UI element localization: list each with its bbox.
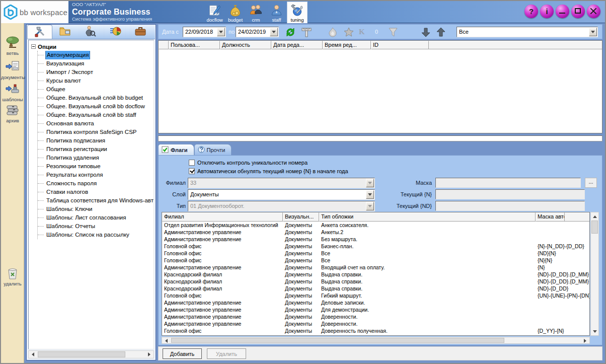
refresh-icon[interactable] <box>284 27 296 38</box>
scroll-right-icon[interactable] <box>145 351 153 357</box>
options-tab-folder[interactable] <box>52 25 78 39</box>
tree-item[interactable]: Ставки налогов <box>38 188 154 196</box>
options-tab-inspector[interactable] <box>78 25 103 39</box>
rail-item-documents[interactable]: документы <box>1 59 24 80</box>
funnel-icon[interactable] <box>387 27 399 38</box>
table-row[interactable]: Административное управлениеДокументы Док… <box>162 334 589 336</box>
tree-item[interactable]: Политика подписания <box>38 136 154 145</box>
info-button[interactable]: i <box>540 5 554 18</box>
module-tab-staff[interactable]: staff <box>266 2 287 23</box>
column-header[interactable]: Визуальн... <box>283 212 319 222</box>
column-header[interactable]: Пользова... <box>169 41 220 49</box>
table-row[interactable]: Административное управлениеДокументы Вхо… <box>162 264 589 271</box>
help-button[interactable]: ? <box>524 5 538 18</box>
tree-item[interactable]: Политика контроля SafeSign CSP <box>38 128 154 136</box>
minimize-button[interactable] <box>556 5 569 18</box>
tree-horizontal-scrollbar[interactable] <box>28 350 154 358</box>
type-select[interactable]: 01 Документооборот. <box>188 201 375 211</box>
options-tab-reports[interactable] <box>103 25 128 39</box>
tree-item[interactable]: Политика регистрации <box>38 145 154 154</box>
table-row[interactable]: Головной офисДокументы Доверенность полу… <box>162 327 589 334</box>
table-row[interactable]: Административное управлениеДокументы Для… <box>162 306 589 313</box>
column-header[interactable] <box>159 41 169 49</box>
column-header[interactable]: Время ред... <box>323 41 371 49</box>
tree-item[interactable]: Результаты контроля <box>38 171 154 179</box>
checkbox-box[interactable] <box>189 160 195 166</box>
tree-item[interactable]: Шаблоны: Список на рассылку <box>38 231 154 239</box>
table-row[interactable]: Головной офисДокументы Все{N}{N} <box>162 257 589 264</box>
options-tab-tools[interactable] <box>27 25 52 39</box>
table-row[interactable]: Административное управлениеДокументы Без… <box>162 236 589 243</box>
table-row[interactable]: Административное управлениеДокументы Дов… <box>162 313 589 320</box>
rail-item-delete[interactable]: удалить <box>1 266 24 286</box>
settings-tab-other[interactable]: Прочти <box>194 144 232 155</box>
tree-item[interactable]: Сложность пароля <box>38 179 154 188</box>
k-filter-button[interactable]: K <box>359 28 365 36</box>
tree-item[interactable]: Шаблоны: Ключи <box>38 205 154 213</box>
mask-browse-button[interactable]: ... <box>585 178 597 188</box>
table-row[interactable]: Отдел развития Информационных технологий… <box>162 222 589 229</box>
chevron-down-icon[interactable] <box>270 28 278 36</box>
current-n-field[interactable] <box>435 189 585 199</box>
close-button[interactable] <box>587 5 600 18</box>
move-down-icon[interactable] <box>420 27 432 38</box>
covers-vertical-scrollbar[interactable] <box>590 212 599 336</box>
rail-item-archive[interactable]: архив <box>1 103 24 123</box>
covers-horizontal-scrollbar[interactable] <box>162 337 590 344</box>
column-header[interactable]: Маска автономера <box>536 212 565 222</box>
scrollbar-thumb[interactable] <box>38 351 125 357</box>
layer-select[interactable]: Документы <box>188 189 375 200</box>
current-nd-field[interactable] <box>435 201 585 211</box>
scroll-left-icon[interactable] <box>163 338 170 344</box>
checkbox[interactable]: Автоматически обнулять текущий номер {N}… <box>189 168 348 174</box>
tree-item[interactable]: Общее. Визуальный слой bb budget <box>38 94 154 102</box>
tree-item[interactable]: Основная валюта <box>38 119 154 128</box>
column-header[interactable]: Дата реда... <box>271 41 323 49</box>
module-tab-crm[interactable]: crm <box>246 2 266 23</box>
table-row[interactable]: Головной офисДокументы Все{ND}{N} <box>162 250 589 257</box>
table-row[interactable]: Краснодарский филиалДокументы Выдача спр… <box>162 285 589 292</box>
tree-item[interactable]: Общее <box>38 85 154 94</box>
scope-select[interactable]: Все <box>457 27 598 37</box>
table-row[interactable]: Административное управлениеДокументы Анк… <box>162 229 589 236</box>
tree-item[interactable]: Импорт / Экспорт <box>38 68 154 77</box>
tree-item[interactable]: Резолюции типовые <box>38 162 154 171</box>
move-up-icon[interactable] <box>435 27 447 38</box>
tree-item[interactable]: Общее. Визуальный слой bb docflow <box>38 102 154 111</box>
tree-item[interactable]: Шаблоны: Лист согласования <box>38 213 154 222</box>
column-header[interactable]: Тип обложки <box>319 212 536 222</box>
tree-item[interactable]: Таблица соответствия для Windows-авто <box>38 196 154 205</box>
tree-item[interactable]: Курсы валют <box>38 77 154 85</box>
table-row[interactable]: Головной офисДокументы Гибкий маршрут.{U… <box>162 292 589 299</box>
module-tab-budget[interactable]: budget <box>225 2 246 23</box>
settings-tab-flags[interactable]: Флаги <box>158 144 194 155</box>
add-button[interactable]: Добавить <box>163 348 202 359</box>
tree-item[interactable]: Визуализация <box>38 59 154 68</box>
scroll-right-icon[interactable] <box>581 338 589 344</box>
scrollbar-thumb[interactable] <box>591 221 598 234</box>
date-to-select[interactable]: 24/02/2019 <box>236 27 279 37</box>
chevron-down-icon[interactable] <box>217 28 225 36</box>
collapse-icon[interactable] <box>31 44 36 49</box>
mask-field[interactable] <box>435 178 581 188</box>
table-row[interactable]: Краснодарский филиалДокументы Выдача спр… <box>162 271 589 278</box>
rail-item-templates[interactable]: шаблоны <box>1 82 24 102</box>
chevron-down-icon[interactable] <box>366 190 374 199</box>
chevron-down-icon[interactable] <box>589 28 597 36</box>
options-tab-case[interactable] <box>128 25 153 39</box>
tree-item[interactable]: Шаблоны: Отчеты <box>38 222 154 231</box>
scrollbar-thumb[interactable] <box>171 338 504 343</box>
date-from-select[interactable]: 22/09/2018 <box>183 27 226 37</box>
delete-button[interactable]: Удалить <box>207 348 246 359</box>
rail-item-branch[interactable]: ветвь <box>1 35 24 56</box>
module-tab-tuning[interactable]: tuning <box>287 2 308 23</box>
tree-item[interactable]: Автонумерация <box>38 51 154 59</box>
table-row[interactable]: Краснодарский филиалДокументы Выдача спр… <box>162 278 589 285</box>
table-row[interactable]: Головной офисДокументы Бизнес-план.{N}-{… <box>162 243 589 250</box>
table-row[interactable]: Административное управлениеДокументы Дел… <box>162 299 589 306</box>
column-header[interactable]: Филиал <box>162 212 283 222</box>
ruler-icon[interactable] <box>300 27 313 38</box>
filial-select[interactable]: 33 <box>188 178 375 188</box>
column-header[interactable]: ID <box>371 41 429 49</box>
module-tab-docflow[interactable]: docflow <box>204 2 225 23</box>
